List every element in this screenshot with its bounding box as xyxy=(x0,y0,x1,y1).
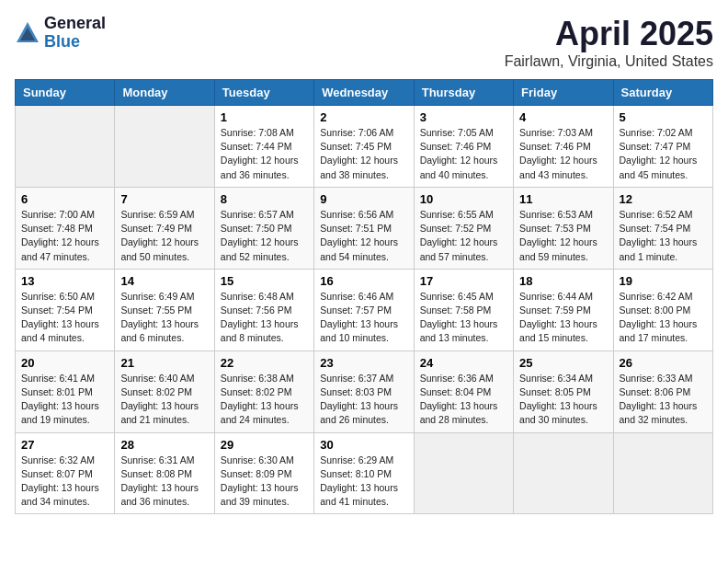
day-number: 17 xyxy=(420,274,507,288)
calendar-header: SundayMondayTuesdayWednesdayThursdayFrid… xyxy=(16,80,713,106)
header-cell-saturday: Saturday xyxy=(613,80,712,106)
day-number: 22 xyxy=(221,356,308,370)
day-cell: 6Sunrise: 7:00 AM Sunset: 7:48 PM Daylig… xyxy=(16,187,115,269)
day-cell: 3Sunrise: 7:05 AM Sunset: 7:46 PM Daylig… xyxy=(414,106,513,188)
day-cell xyxy=(115,106,214,188)
day-cell: 30Sunrise: 6:29 AM Sunset: 8:10 PM Dayli… xyxy=(314,432,414,514)
day-cell: 8Sunrise: 6:57 AM Sunset: 7:50 PM Daylig… xyxy=(214,187,313,269)
day-cell: 23Sunrise: 6:37 AM Sunset: 8:03 PM Dayli… xyxy=(314,350,414,432)
day-number: 14 xyxy=(120,274,208,288)
day-number: 27 xyxy=(21,438,108,452)
day-cell: 15Sunrise: 6:48 AM Sunset: 7:56 PM Dayli… xyxy=(214,269,313,350)
day-number: 29 xyxy=(221,438,308,452)
day-info: Sunrise: 6:49 AM Sunset: 7:55 PM Dayligh… xyxy=(120,290,208,346)
day-cell: 4Sunrise: 7:03 AM Sunset: 7:46 PM Daylig… xyxy=(514,106,613,188)
logo-blue: Blue xyxy=(44,33,106,52)
day-info: Sunrise: 6:36 AM Sunset: 8:04 PM Dayligh… xyxy=(420,372,507,428)
day-info: Sunrise: 7:02 AM Sunset: 7:47 PM Dayligh… xyxy=(620,126,707,182)
week-row: 13Sunrise: 6:50 AM Sunset: 7:54 PM Dayli… xyxy=(16,269,713,350)
day-info: Sunrise: 6:31 AM Sunset: 8:08 PM Dayligh… xyxy=(120,454,208,510)
day-number: 20 xyxy=(21,356,108,370)
day-cell: 10Sunrise: 6:55 AM Sunset: 7:52 PM Dayli… xyxy=(414,187,513,269)
day-info: Sunrise: 6:59 AM Sunset: 7:49 PM Dayligh… xyxy=(120,208,208,264)
day-cell: 16Sunrise: 6:46 AM Sunset: 7:57 PM Dayli… xyxy=(314,269,414,350)
day-cell: 21Sunrise: 6:40 AM Sunset: 8:02 PM Dayli… xyxy=(115,350,214,432)
day-info: Sunrise: 6:29 AM Sunset: 8:10 PM Dayligh… xyxy=(320,454,407,510)
day-cell: 2Sunrise: 7:06 AM Sunset: 7:45 PM Daylig… xyxy=(314,106,414,188)
day-cell: 25Sunrise: 6:34 AM Sunset: 8:05 PM Dayli… xyxy=(514,350,613,432)
day-number: 7 xyxy=(120,192,208,206)
header: General Blue April 2025 Fairlawn, Virgin… xyxy=(15,15,713,70)
day-cell: 9Sunrise: 6:56 AM Sunset: 7:51 PM Daylig… xyxy=(314,187,414,269)
day-cell: 1Sunrise: 7:08 AM Sunset: 7:44 PM Daylig… xyxy=(214,106,313,188)
day-cell: 13Sunrise: 6:50 AM Sunset: 7:54 PM Dayli… xyxy=(16,269,115,350)
logo-icon xyxy=(15,20,40,46)
day-number: 18 xyxy=(519,274,607,288)
main-title: April 2025 xyxy=(505,15,713,53)
day-info: Sunrise: 7:00 AM Sunset: 7:48 PM Dayligh… xyxy=(21,208,108,264)
day-cell: 18Sunrise: 6:44 AM Sunset: 7:59 PM Dayli… xyxy=(514,269,613,350)
day-number: 13 xyxy=(21,274,108,288)
day-cell: 20Sunrise: 6:41 AM Sunset: 8:01 PM Dayli… xyxy=(16,350,115,432)
day-info: Sunrise: 6:57 AM Sunset: 7:50 PM Dayligh… xyxy=(221,208,308,264)
day-number: 3 xyxy=(420,110,507,124)
week-row: 1Sunrise: 7:08 AM Sunset: 7:44 PM Daylig… xyxy=(16,106,713,188)
day-number: 23 xyxy=(320,356,407,370)
day-info: Sunrise: 6:38 AM Sunset: 8:02 PM Dayligh… xyxy=(221,372,308,428)
day-number: 30 xyxy=(320,438,407,452)
day-cell: 26Sunrise: 6:33 AM Sunset: 8:06 PM Dayli… xyxy=(613,350,712,432)
day-cell: 17Sunrise: 6:45 AM Sunset: 7:58 PM Dayli… xyxy=(414,269,513,350)
day-number: 2 xyxy=(320,110,407,124)
day-number: 16 xyxy=(320,274,407,288)
day-info: Sunrise: 6:37 AM Sunset: 8:03 PM Dayligh… xyxy=(320,372,407,428)
day-info: Sunrise: 6:44 AM Sunset: 7:59 PM Dayligh… xyxy=(519,290,607,346)
header-row: SundayMondayTuesdayWednesdayThursdayFrid… xyxy=(16,80,713,106)
day-cell xyxy=(16,106,115,188)
day-info: Sunrise: 6:45 AM Sunset: 7:58 PM Dayligh… xyxy=(420,290,507,346)
day-number: 6 xyxy=(21,192,108,206)
subtitle: Fairlawn, Virginia, United States xyxy=(505,53,713,70)
day-info: Sunrise: 6:30 AM Sunset: 8:09 PM Dayligh… xyxy=(221,454,308,510)
day-cell: 28Sunrise: 6:31 AM Sunset: 8:08 PM Dayli… xyxy=(115,432,214,514)
logo-general: General xyxy=(44,15,106,33)
day-number: 26 xyxy=(620,356,707,370)
day-info: Sunrise: 7:03 AM Sunset: 7:46 PM Dayligh… xyxy=(519,126,607,182)
day-cell: 14Sunrise: 6:49 AM Sunset: 7:55 PM Dayli… xyxy=(115,269,214,350)
day-number: 1 xyxy=(221,110,308,124)
header-cell-thursday: Thursday xyxy=(414,80,513,106)
header-cell-sunday: Sunday xyxy=(16,80,115,106)
day-info: Sunrise: 6:46 AM Sunset: 7:57 PM Dayligh… xyxy=(320,290,407,346)
day-number: 10 xyxy=(420,192,507,206)
logo: General Blue xyxy=(15,15,106,52)
day-number: 21 xyxy=(120,356,208,370)
day-cell: 11Sunrise: 6:53 AM Sunset: 7:53 PM Dayli… xyxy=(514,187,613,269)
day-number: 5 xyxy=(620,110,707,124)
day-info: Sunrise: 6:41 AM Sunset: 8:01 PM Dayligh… xyxy=(21,372,108,428)
day-cell: 12Sunrise: 6:52 AM Sunset: 7:54 PM Dayli… xyxy=(613,187,712,269)
calendar-body: 1Sunrise: 7:08 AM Sunset: 7:44 PM Daylig… xyxy=(16,106,713,514)
header-cell-friday: Friday xyxy=(514,80,613,106)
day-number: 15 xyxy=(221,274,308,288)
day-number: 12 xyxy=(620,192,707,206)
day-cell: 7Sunrise: 6:59 AM Sunset: 7:49 PM Daylig… xyxy=(115,187,214,269)
day-cell xyxy=(514,432,613,514)
day-info: Sunrise: 6:32 AM Sunset: 8:07 PM Dayligh… xyxy=(21,454,108,510)
header-cell-tuesday: Tuesday xyxy=(214,80,313,106)
day-info: Sunrise: 6:53 AM Sunset: 7:53 PM Dayligh… xyxy=(519,208,607,264)
day-number: 11 xyxy=(519,192,607,206)
week-row: 6Sunrise: 7:00 AM Sunset: 7:48 PM Daylig… xyxy=(16,187,713,269)
day-number: 4 xyxy=(519,110,607,124)
day-info: Sunrise: 6:42 AM Sunset: 8:00 PM Dayligh… xyxy=(620,290,707,346)
day-info: Sunrise: 6:50 AM Sunset: 7:54 PM Dayligh… xyxy=(21,290,108,346)
day-info: Sunrise: 6:55 AM Sunset: 7:52 PM Dayligh… xyxy=(420,208,507,264)
day-info: Sunrise: 6:52 AM Sunset: 7:54 PM Dayligh… xyxy=(620,208,707,264)
week-row: 27Sunrise: 6:32 AM Sunset: 8:07 PM Dayli… xyxy=(16,432,713,514)
header-cell-monday: Monday xyxy=(115,80,214,106)
day-number: 25 xyxy=(519,356,607,370)
day-cell: 24Sunrise: 6:36 AM Sunset: 8:04 PM Dayli… xyxy=(414,350,513,432)
day-cell: 19Sunrise: 6:42 AM Sunset: 8:00 PM Dayli… xyxy=(613,269,712,350)
day-info: Sunrise: 7:06 AM Sunset: 7:45 PM Dayligh… xyxy=(320,126,407,182)
day-cell: 22Sunrise: 6:38 AM Sunset: 8:02 PM Dayli… xyxy=(214,350,313,432)
logo-text: General Blue xyxy=(44,15,106,52)
day-cell xyxy=(414,432,513,514)
